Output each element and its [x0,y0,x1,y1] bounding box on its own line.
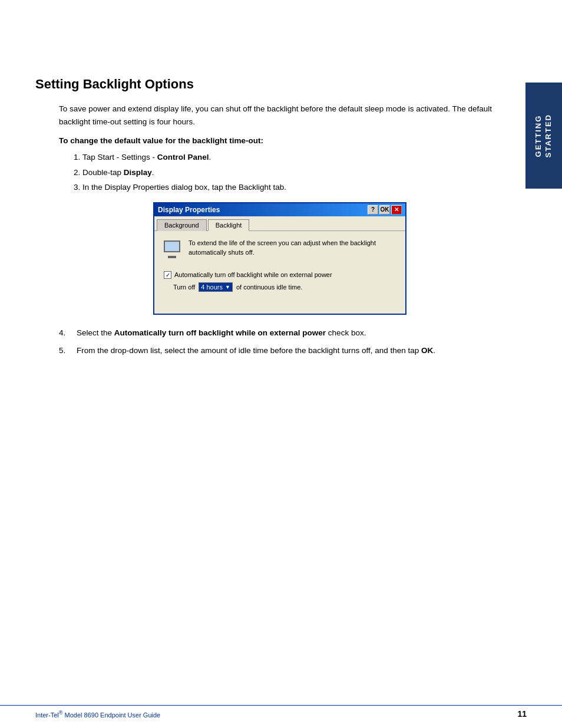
step-4-text: Select the Automatically turn off backli… [77,327,366,340]
step-4: 4. Select the Automatically turn off bac… [35,327,515,340]
checkbox-label: Automatically turn off backlight while o… [174,271,332,278]
turnoff-label-before: Turn off [173,284,195,291]
help-button[interactable]: ? [368,205,378,215]
bold-ok: OK [421,346,433,355]
step-4-num: 4. [59,327,72,340]
turnoff-label-after: of continuous idle time. [236,284,303,291]
auto-backlight-checkbox[interactable]: ✓ [164,271,171,279]
list-item: Tap Start - Settings - Control Panel. [82,151,515,164]
sidebar-getting-started: GETTINGSTARTED [525,83,562,189]
dialog-screenshot-container: Display Properties ? OK ✕ Background Bac… [35,202,515,315]
bold-text: Automatically turn off backlight while o… [114,328,326,337]
dropdown-value: 4 hours [201,284,223,291]
bold-text: Display [124,168,152,177]
dropdown-arrow-icon: ▼ [225,284,230,290]
footer-product-name: Inter-Tel® Model 8690 Endpoint User Guid… [35,710,160,719]
list-item: In the Display Properties dialog box, ta… [82,181,515,194]
display-icon [161,238,183,259]
display-properties-dialog: Display Properties ? OK ✕ Background Bac… [153,202,406,315]
close-button[interactable]: ✕ [391,205,402,215]
dialog-description: To extend the life of the screen you can… [189,238,398,258]
dialog-title-buttons: ? OK ✕ [368,205,402,215]
main-content: Setting Backlight Options To save power … [35,0,515,397]
turnoff-row: Turn off 4 hours ▼ of continuous idle ti… [161,282,398,292]
ok-button[interactable]: OK [379,205,390,215]
page-footer: Inter-Tel® Model 8690 Endpoint User Guid… [0,705,562,722]
steps-list: Tap Start - Settings - Control Panel. Do… [35,151,515,194]
tab-backlight[interactable]: Backlight [208,219,250,231]
step-5-text: From the drop-down list, select the amou… [77,344,435,357]
dialog-titlebar: Display Properties ? OK ✕ [154,203,405,216]
step-5-num: 5. [59,344,72,357]
list-item: Double-tap Display. [82,166,515,179]
dialog-title-text: Display Properties [158,206,368,214]
footer-page-number: 11 [517,709,527,719]
sidebar-label: GETTINGSTARTED [534,114,554,157]
bold-text: Control Panel [157,153,209,162]
instruction-heading: To change the default value for the back… [35,136,515,145]
page-heading: Setting Backlight Options [35,77,515,92]
monitor-icon [161,238,183,259]
dialog-tabs: Background Backlight [154,216,405,231]
intro-text: To save power and extend display life, y… [35,103,515,128]
monitor-screen [164,241,180,252]
checkbox-row[interactable]: ✓ Automatically turn off backlight while… [161,271,398,279]
monitor-stand [168,256,176,258]
hours-dropdown[interactable]: 4 hours ▼ [199,282,233,292]
tab-background[interactable]: Background [157,219,207,231]
trademark-superscript: ® [59,710,63,716]
step-5: 5. From the drop-down list, select the a… [35,344,515,357]
dialog-icon-row: To extend the life of the screen you can… [161,238,398,259]
dialog-content: To extend the life of the screen you can… [154,231,405,314]
